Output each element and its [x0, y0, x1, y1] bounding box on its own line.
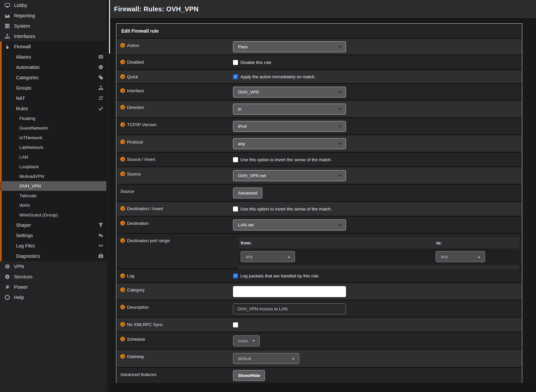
exchange-icon: [98, 96, 103, 101]
port-from-select[interactable]: any: [241, 251, 295, 262]
sidebar-item-label: MullvadVPN: [19, 174, 44, 179]
page-title: Firewall: Rules: OVH_VPN: [114, 5, 199, 13]
port-range-table: from:to:anyany: [239, 237, 519, 269]
port-to-select[interactable]: any: [436, 251, 485, 262]
sidebar-item-ovh-vpn[interactable]: OVH_VPN: [0, 181, 106, 191]
form-row-gateway: iGatewaydefault: [116, 350, 522, 367]
sidebar-item-log-files[interactable]: Log Files: [0, 240, 106, 251]
sidebar-item-labnetwork[interactable]: LabNetwork: [0, 143, 106, 152]
tcp-ip-version-select[interactable]: IPv4: [233, 121, 346, 132]
sidebar-item-reporting[interactable]: Reporting: [0, 10, 106, 21]
field-control: Disable this rule: [233, 55, 522, 69]
destination-invert-checkbox[interactable]: [233, 206, 238, 211]
field-label: iProtocol: [116, 135, 233, 152]
sidebar-item-guestnetwork[interactable]: GuestNetwork: [0, 123, 106, 133]
sidebar-item-iotnetwork[interactable]: IoTNetwork: [0, 133, 106, 143]
sidebar-item-label: WAN: [19, 203, 30, 208]
sidebar-scrollbar-thumb[interactable]: [109, 0, 110, 54]
direction-select[interactable]: in: [233, 104, 346, 115]
field-control: Pass: [233, 39, 522, 55]
schedule-select[interactable]: none: [233, 335, 260, 346]
sidebar-item-mullvadvpn[interactable]: MullvadVPN: [0, 172, 106, 181]
caret-down-icon: [338, 224, 341, 226]
sidebar-item-groups[interactable]: Groups: [0, 83, 106, 93]
field-control: Use this option to invert the sense of t…: [233, 153, 522, 167]
sidebar-item-label: LAN: [19, 155, 28, 160]
sidebar-item-wan[interactable]: WAN: [0, 200, 106, 210]
server-icon: [4, 23, 10, 29]
sidebar-item-firewall[interactable]: Firewall: [0, 41, 106, 52]
disabled-checkbox[interactable]: [233, 60, 238, 65]
sidebar-item-label: Help: [14, 295, 24, 300]
gears-icon: [98, 233, 103, 238]
info-icon: i: [120, 337, 125, 341]
sidebar-item-shaper[interactable]: Shaper: [0, 220, 106, 230]
field-control: [233, 283, 522, 300]
sidebar-item-floating[interactable]: Floating: [0, 114, 106, 123]
sidebar-item-lan[interactable]: LAN: [0, 152, 106, 162]
info-icon: i: [120, 354, 125, 359]
gateway-select[interactable]: default: [233, 353, 299, 364]
field-control: IPv4: [233, 118, 522, 135]
source-invert-checkbox[interactable]: [233, 157, 238, 162]
sidebar-item-nat[interactable]: NAT: [0, 93, 106, 103]
sidebar-item-label: Lobby: [14, 3, 27, 8]
sidebar-item-lobby[interactable]: Lobby: [0, 0, 106, 10]
sidebar-item-label: Categories: [16, 75, 39, 80]
form-row-no-xmlrpc-sync: iNo XMLRPC Sync: [116, 318, 522, 332]
sidebar-item-label: Automation: [16, 65, 40, 70]
interface-select[interactable]: OVH_VPN: [233, 87, 346, 98]
field-label: iInterface: [116, 84, 233, 100]
chart-icon: [4, 13, 10, 18]
sidebar-item-interfaces[interactable]: Interfaces: [0, 31, 106, 41]
description-input[interactable]: OVH_VPN Access to LAN: [233, 303, 346, 314]
no-xmlrpc-sync-checkbox[interactable]: [233, 322, 238, 327]
sidebar-item-wireguard-group-[interactable]: WireGuard (Group): [0, 210, 106, 220]
sidebar-item-automation[interactable]: Automation: [0, 62, 106, 72]
destination-select[interactable]: LAN net: [233, 219, 346, 230]
form-row-destination: iDestinationLAN net: [116, 216, 522, 233]
from-label: from:: [241, 240, 252, 245]
info-icon: i: [120, 322, 125, 327]
field-label: iDescription: [116, 300, 233, 317]
sidebar-item-loopback[interactable]: Loopback: [0, 162, 106, 172]
sidebar-item-aliases[interactable]: Aliases: [0, 52, 106, 62]
sidebar-item-settings[interactable]: Settings: [0, 230, 106, 240]
caret-down-icon: [338, 46, 341, 48]
sidebar-item-power[interactable]: Power: [0, 282, 106, 292]
checkbox-label: Use this option to invert the sense of t…: [240, 206, 332, 211]
source-select[interactable]: OVH_VPN net: [233, 170, 346, 181]
advanced-button[interactable]: Advanced: [233, 188, 262, 198]
log-checkbox[interactable]: ✓: [233, 273, 238, 278]
form-row-disabled: iDisabledDisable this rule: [116, 55, 522, 69]
show-hide-button[interactable]: Show/Hide: [233, 370, 265, 381]
field-label: iSource: [116, 167, 233, 184]
sidebar-item-vpn[interactable]: VPN: [0, 261, 106, 271]
sidebar-item-label: Tailscale: [19, 193, 37, 198]
sidebar-item-services[interactable]: Services: [0, 271, 106, 282]
sidebar-item-help[interactable]: Help: [0, 292, 106, 302]
sidebar-item-diagnostics[interactable]: Diagnostics: [0, 251, 106, 261]
sidebar-item-label: NAT: [16, 96, 25, 101]
field-control: Advanced: [233, 185, 522, 201]
sidebar-item-system[interactable]: System: [0, 21, 106, 31]
field-control: OVH_VPN: [233, 84, 522, 100]
field-control: none: [233, 332, 522, 349]
sidebar-item-label: Power: [14, 284, 28, 290]
sidebar-item-label: IoTNetwork: [19, 135, 42, 140]
sidebar-item-tailscale[interactable]: Tailscale: [0, 191, 106, 200]
protocol-select[interactable]: any: [233, 138, 346, 149]
info-icon: i: [120, 88, 125, 93]
info-icon: i: [120, 172, 125, 176]
action-select[interactable]: Pass: [233, 41, 346, 52]
field-label: iTCP/IP Version: [116, 118, 233, 135]
sidebar-item-label: OVH_VPN: [19, 184, 41, 189]
field-label: iCategory: [116, 283, 233, 300]
sidebar-item-categories[interactable]: Categories: [0, 72, 106, 83]
category-input[interactable]: [233, 286, 346, 297]
form-row-advanced-features: Advanced featuresShow/Hide: [116, 368, 522, 383]
page-bottom-background: [110, 383, 536, 392]
quick-checkbox[interactable]: ✓: [233, 74, 238, 79]
sidebar-item-rules[interactable]: Rules: [0, 103, 106, 114]
port-range-header: from:to:: [239, 237, 519, 248]
